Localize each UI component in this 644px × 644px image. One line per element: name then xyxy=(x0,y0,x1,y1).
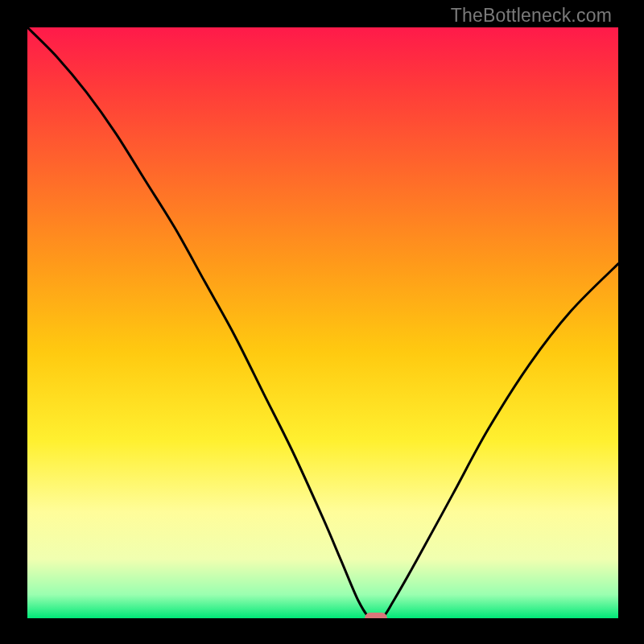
optimal-marker xyxy=(365,613,387,618)
watermark-text: TheBottleneck.com xyxy=(451,5,612,27)
chart-frame: TheBottleneck.com xyxy=(0,0,644,644)
plot-area xyxy=(27,27,618,618)
bottleneck-curve xyxy=(27,27,618,618)
